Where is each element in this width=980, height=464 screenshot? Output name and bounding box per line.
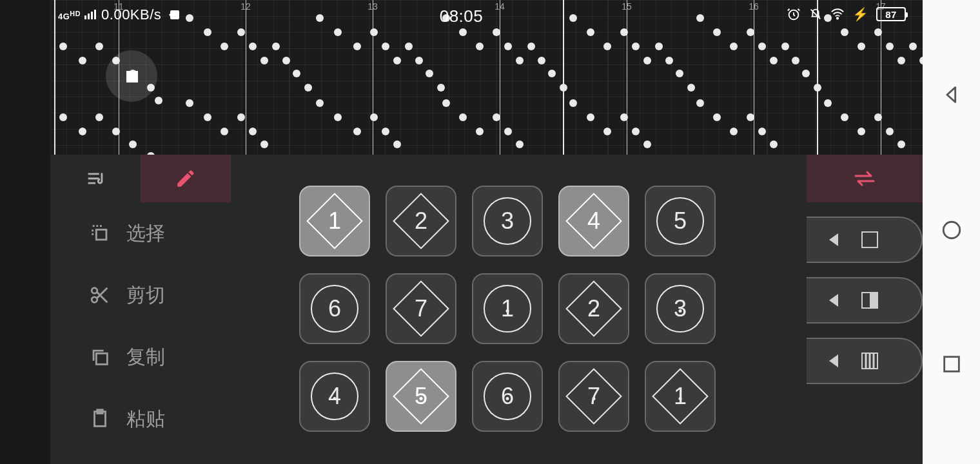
nav-home-button[interactable]: [941, 219, 963, 244]
note-dot[interactable]: [632, 43, 640, 50]
playhead-cursor[interactable]: [106, 50, 157, 102]
note-dot[interactable]: [437, 84, 445, 92]
note-dot[interactable]: [459, 28, 467, 36]
note-dot[interactable]: [293, 70, 300, 77]
mode-edit-button[interactable]: [141, 155, 231, 202]
note-dot[interactable]: [886, 43, 894, 50]
note-dot[interactable]: [527, 43, 535, 50]
note-dot[interactable]: [841, 113, 848, 121]
tool-copy[interactable]: 复制: [50, 326, 231, 388]
note-dot[interactable]: [79, 128, 86, 135]
duration-beat-button[interactable]: [807, 338, 923, 384]
note-dot[interactable]: [204, 113, 211, 121]
tool-paste[interactable]: 粘贴: [50, 388, 231, 450]
mode-notes-button[interactable]: [50, 155, 141, 202]
note-dot[interactable]: [237, 28, 245, 36]
note-dot[interactable]: [316, 99, 324, 107]
note-key-3[interactable]: 3: [472, 186, 543, 256]
note-dot[interactable]: [516, 57, 524, 64]
note-dot[interactable]: [676, 70, 683, 77]
note-dot[interactable]: [79, 57, 86, 64]
note-key-12[interactable]: 5: [386, 361, 456, 432]
note-dot[interactable]: [538, 57, 545, 64]
note-dot[interactable]: [204, 28, 211, 36]
note-dot[interactable]: [713, 113, 721, 121]
note-dot[interactable]: [405, 43, 413, 50]
note-key-2[interactable]: 2: [386, 186, 456, 256]
note-dot[interactable]: [569, 99, 577, 107]
note-dot[interactable]: [493, 28, 500, 36]
note-key-8[interactable]: 1: [472, 273, 543, 344]
note-dot[interactable]: [665, 57, 673, 64]
note-dot[interactable]: [758, 43, 766, 50]
note-dot[interactable]: [334, 113, 342, 121]
note-key-5[interactable]: 5: [645, 186, 716, 256]
note-dot[interactable]: [770, 140, 778, 148]
note-dot[interactable]: [687, 84, 695, 92]
note-dot[interactable]: [334, 28, 342, 36]
note-dot[interactable]: [393, 57, 401, 64]
note-key-7[interactable]: 7: [386, 273, 456, 344]
note-dot[interactable]: [260, 57, 268, 64]
note-dot[interactable]: [155, 97, 162, 104]
note-key-14[interactable]: 7: [558, 361, 629, 432]
note-dot[interactable]: [587, 113, 594, 121]
note-dot[interactable]: [516, 140, 524, 148]
note-dot[interactable]: [858, 43, 865, 50]
note-dot[interactable]: [874, 28, 882, 36]
note-key-6[interactable]: 6: [299, 273, 370, 344]
note-dot[interactable]: [415, 57, 423, 64]
note-dot[interactable]: [504, 43, 512, 50]
note-dot[interactable]: [841, 28, 848, 36]
note-dot[interactable]: [781, 43, 789, 50]
note-dot[interactable]: [802, 70, 810, 77]
note-dot[interactable]: [824, 99, 832, 107]
note-key-15[interactable]: 1: [645, 361, 716, 432]
nav-back-button[interactable]: [941, 84, 963, 108]
note-dot[interactable]: [260, 140, 268, 148]
note-dot[interactable]: [730, 128, 738, 135]
note-dot[interactable]: [655, 43, 663, 50]
note-key-10[interactable]: 3: [645, 273, 716, 344]
note-dot[interactable]: [186, 99, 193, 107]
note-dot[interactable]: [713, 28, 721, 36]
note-dot[interactable]: [603, 43, 611, 50]
duration-half-button[interactable]: [807, 277, 923, 324]
tool-select[interactable]: 选择: [50, 202, 231, 264]
note-dot[interactable]: [814, 84, 821, 92]
note-dot[interactable]: [747, 113, 754, 121]
duration-whole-button[interactable]: [807, 217, 923, 263]
note-dot[interactable]: [643, 57, 651, 64]
note-dot[interactable]: [620, 28, 628, 36]
note-dot[interactable]: [249, 43, 257, 50]
note-dot[interactable]: [730, 43, 738, 50]
note-dot[interactable]: [504, 128, 512, 135]
note-dot[interactable]: [370, 28, 378, 36]
note-dot[interactable]: [426, 70, 433, 77]
note-dot[interactable]: [696, 99, 704, 107]
note-dot[interactable]: [897, 140, 905, 148]
note-dot[interactable]: [886, 128, 894, 135]
swap-button[interactable]: [807, 155, 923, 202]
note-dot[interactable]: [442, 99, 450, 107]
note-dot[interactable]: [620, 113, 628, 121]
note-dot[interactable]: [59, 43, 67, 50]
note-dot[interactable]: [770, 57, 778, 64]
note-dot[interactable]: [548, 70, 556, 77]
note-dot[interactable]: [758, 128, 766, 135]
tool-cut[interactable]: 剪切: [50, 264, 231, 326]
note-dot[interactable]: [304, 84, 312, 92]
note-dot[interactable]: [560, 84, 567, 92]
note-dot[interactable]: [59, 113, 67, 121]
note-key-9[interactable]: 2: [558, 273, 629, 344]
note-dot[interactable]: [249, 128, 257, 135]
note-dot[interactable]: [95, 43, 103, 50]
note-dot[interactable]: [237, 113, 245, 121]
note-dot[interactable]: [282, 57, 290, 64]
note-dot[interactable]: [587, 28, 594, 36]
note-dot[interactable]: [493, 113, 500, 121]
note-dot[interactable]: [95, 113, 103, 121]
note-dot[interactable]: [112, 128, 120, 135]
note-dot[interactable]: [393, 140, 401, 148]
note-dot[interactable]: [792, 57, 799, 64]
